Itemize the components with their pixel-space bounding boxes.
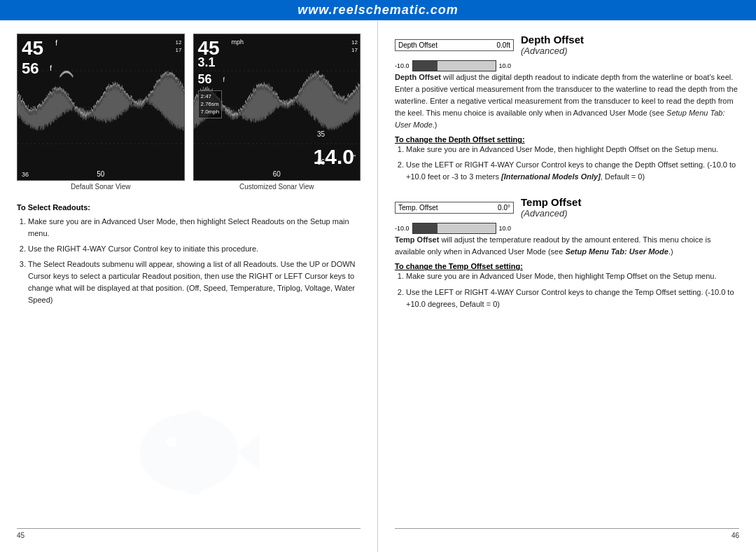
temp-offset-slider-row: -10.0 10.0	[395, 223, 739, 234]
depth-offset-bold: Depth Offset	[395, 73, 441, 81]
intl-models-bold: [International Models Only]	[501, 172, 601, 181]
sonar-right-sidenums: 1217	[351, 39, 358, 54]
sonar-right-bottom: 60	[273, 170, 281, 178]
temp-offset-slider-track	[412, 223, 496, 234]
temp-offset-change-list: Make sure you are in Advanced User Mode,…	[395, 270, 739, 310]
depth-offset-change-list: Make sure you are in Advanced User Mode,…	[395, 144, 739, 183]
temp-offset-body: Temp Offset will adjust the temperature …	[395, 234, 739, 258]
sonar-left-depth: 45	[22, 39, 43, 58]
temp-offset-slider-max: 10.0	[499, 225, 512, 232]
depth-offset-body: Depth Offset will adjust the digital dep…	[395, 71, 739, 131]
depth-offset-subheading: (Advanced)	[521, 46, 584, 56]
sonar-right-side-num2: 35	[317, 130, 325, 138]
temp-offset-bar-value: 0.0°	[498, 204, 510, 212]
depth-offset-section: Depth Offset 0.0ft Depth Offset (Advance…	[395, 34, 739, 186]
depth-offset-slider-min: -10.0	[395, 62, 410, 69]
temp-offset-bar-box: Temp. Offset 0.0°	[395, 202, 514, 214]
speed-line1: 2:47	[201, 92, 220, 100]
depth-offset-slider-row: -10.0 10.0	[395, 60, 739, 71]
temp-offset-heading: Temp Offset	[521, 196, 581, 208]
temp-offset-change-title: To change the Temp Offset setting:	[395, 262, 739, 270]
select-readouts-title: To Select Readouts:	[17, 203, 360, 212]
right-page: Depth Offset 0.0ft Depth Offset (Advance…	[378, 21, 756, 552]
list-item: Use the LEFT or RIGHT 4-WAY Cursor Contr…	[406, 159, 739, 183]
sonar-view-customized: 45 mph 3.1 56 f 2:47 2.76sm 7.0mph	[193, 34, 361, 181]
sonar-right-speedbox: 2:47 2.76sm 7.0mph	[198, 90, 223, 118]
list-item: Make sure you are in Advanced User Mode,…	[28, 216, 360, 240]
sonar-view-default: 45 f 56 f 1217 36 50	[17, 34, 185, 181]
list-item: Use the RIGHT 4-WAY Cursor Control key t…	[28, 243, 360, 255]
depth-offset-change-title: To change the Depth Offset setting:	[395, 135, 739, 144]
sonar-right-depth3: 56	[198, 72, 212, 87]
select-readouts-section: To Select Readouts: Make sure you are in…	[17, 198, 360, 310]
depth-offset-heading: Depth Offset	[521, 34, 584, 46]
list-item: The Select Readouts submenu will appear,…	[28, 258, 360, 306]
sonar-right-depth3-unit: f	[223, 76, 225, 83]
temp-offset-italic: Setup Menu Tab: User Mode	[565, 247, 668, 256]
sonar-right-depth2: 3.1	[198, 55, 216, 70]
sonar-left-depth2: 56	[22, 60, 38, 78]
watermark-bar: www.reelschematic.com	[0, 0, 756, 20]
sonar-right-bigdepth: 14.0	[314, 145, 354, 169]
temp-offset-slider-min: -10.0	[395, 225, 410, 232]
temp-offset-bold: Temp Offset	[395, 235, 439, 244]
sonar-right-bigdepth-unit: "	[353, 154, 356, 162]
speed-line2: 2.76sm	[201, 100, 220, 108]
right-page-num: 46	[732, 532, 739, 539]
customized-sonar-label: Customized Sonar View	[193, 183, 361, 191]
sonar-left-depth2-unit: f	[50, 64, 52, 72]
sonar-left-leftnums: 36	[22, 171, 29, 178]
left-page-footer: 45	[17, 528, 360, 539]
sonar-left-bottom: 50	[97, 170, 104, 178]
temp-offset-subheading: (Advanced)	[521, 208, 581, 219]
speed-line3: 7.0mph	[201, 108, 220, 116]
temp-offset-heading-block: Temp Offset (Advanced)	[521, 196, 581, 219]
sonar-right-overlay: 45 mph 3.1 56 f 2:47 2.76sm 7.0mph	[194, 34, 360, 180]
sonar-right-mph: mph	[232, 39, 244, 46]
depth-offset-slider-track	[412, 60, 496, 71]
depth-offset-heading-block: Depth Offset (Advanced)	[521, 34, 584, 56]
sonar-views-container: 45 f 56 f 1217 36 50 Default Sonar View	[17, 34, 360, 191]
sonar-left-depth-unit: f	[55, 39, 57, 47]
depth-offset-bar-container: Depth Offset 0.0ft Depth Offset (Advance…	[395, 34, 739, 56]
left-page-num: 45	[17, 532, 24, 539]
list-item: Use the LEFT or RIGHT 4-WAY Cursor Contr…	[406, 287, 739, 310]
list-item: Make sure you are in Advanced User Mode,…	[406, 270, 739, 282]
depth-offset-slider-max: 10.0	[499, 62, 512, 69]
depth-offset-bar-box: Depth Offset 0.0ft	[395, 39, 514, 51]
temp-offset-bar-container: Temp. Offset 0.0° Temp Offset (Advanced)	[395, 196, 739, 219]
sonar-left-sidenums: 1217	[176, 39, 182, 54]
temp-offset-section: Temp. Offset 0.0° Temp Offset (Advanced)…	[395, 196, 739, 313]
watermark-text: www.reelschematic.com	[298, 3, 458, 17]
left-page: 45 f 56 f 1217 36 50 Default Sonar View	[0, 21, 378, 552]
temp-offset-bar-label: Temp. Offset	[398, 204, 438, 212]
right-page-footer: 46	[395, 528, 739, 539]
select-readouts-list: Make sure you are in Advanced User Mode,…	[17, 216, 360, 306]
sonar-left-overlay: 45 f 56 f 1217 36 50	[18, 34, 184, 180]
depth-offset-bar-label: Depth Offset	[398, 41, 438, 49]
list-item: Make sure you are in Advanced User Mode,…	[406, 144, 739, 156]
default-sonar-label: Default Sonar View	[17, 183, 185, 191]
depth-offset-bar-value: 0.0ft	[497, 41, 510, 49]
depth-offset-italic: Setup Menu Tab: User Mode	[395, 109, 724, 129]
